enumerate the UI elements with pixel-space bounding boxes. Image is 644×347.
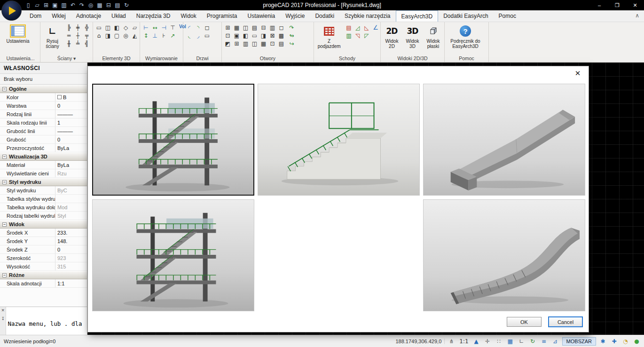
cancel-button[interactable]: Cancel xyxy=(548,316,583,327)
dimension-tool-icon[interactable]: ⊥ xyxy=(151,32,159,39)
element3d-tool-icon[interactable]: ⌂ xyxy=(95,32,103,39)
dimension-tool-icon[interactable]: ↗ xyxy=(169,32,177,39)
opening-tool-icon[interactable]: ▥ xyxy=(242,40,250,47)
grid-icon[interactable]: ▦ xyxy=(507,338,514,345)
opening-tool-icon[interactable]: ⊞ xyxy=(224,24,232,32)
podrecznik-button[interactable]: ? Podręcznik do EasyArch3D xyxy=(447,24,484,49)
dimension-tool-icon[interactable]: ⊦ xyxy=(160,32,168,39)
tab-dodatki-easyarch[interactable]: Dodatki EasyArch xyxy=(438,10,493,22)
property-row-material[interactable]: Materiał ByLa xyxy=(0,161,87,169)
property-row-szerokosc[interactable]: Szerokość 923 xyxy=(0,254,87,262)
property-row-skala-rodzaju-linii[interactable]: Skala rodzaju linii 1 xyxy=(0,118,87,127)
opening-tool-icon[interactable]: ▦ xyxy=(233,24,241,32)
stair-preview-curved[interactable] xyxy=(423,199,585,311)
command-window[interactable]: ✕ ↧ Nazwa menu, lub . dla EasyArch zosta… xyxy=(0,307,87,335)
collapse-icon[interactable]: − xyxy=(2,273,7,277)
wall-tool-icon[interactable]: ╪ xyxy=(74,24,82,32)
property-row-rodzaj-linii[interactable]: Rodzaj linii ——— xyxy=(0,110,87,118)
property-row-grubosc[interactable]: Grubość 0 xyxy=(0,135,87,144)
tab-wyjscie[interactable]: Wyjście xyxy=(280,10,310,22)
redo-icon[interactable]: ↷ xyxy=(78,2,86,8)
ready-indicator-icon[interactable]: ● xyxy=(633,338,640,345)
dimension-tool-icon[interactable]: ↕ xyxy=(142,32,150,39)
group-label-elementy3d[interactable]: Elementy 3D xyxy=(93,55,140,62)
door-tool-icon[interactable]: ◻ xyxy=(203,24,211,32)
element3d-tool-icon[interactable]: ◭ xyxy=(131,32,139,39)
section-header-ogolne[interactable]: − Ogólne xyxy=(0,85,87,93)
tab-easyarch3d[interactable]: EasyArch3D xyxy=(396,10,439,22)
element3d-tool-icon[interactable]: ◨ xyxy=(104,32,112,39)
group-label-ustawienia[interactable]: Ustawienia... xyxy=(1,55,40,62)
opening-tool-icon[interactable]: ▦ xyxy=(259,40,267,47)
section-header-widok[interactable]: − Widok xyxy=(0,220,87,229)
group-label-pomoc[interactable]: Pomoc xyxy=(445,55,488,62)
open-file-icon[interactable]: ▱ xyxy=(33,2,41,8)
undo-icon[interactable]: ↶ xyxy=(69,2,77,8)
viewport-scale-label[interactable]: 1:1 xyxy=(459,338,468,345)
dynamic-input-icon[interactable]: ⊿ xyxy=(552,338,559,345)
regen-icon[interactable]: ↻ xyxy=(123,2,130,8)
tab-szybkie-narzedzia[interactable]: Szybkie narzędzia xyxy=(339,10,395,22)
curve-opening-icon[interactable]: ↬ xyxy=(288,32,296,39)
mobszar-toggle[interactable]: MOBSZAR xyxy=(562,337,596,346)
group-label-widoki[interactable]: Widoki 2D/3D xyxy=(381,55,444,62)
opening-tool-icon[interactable]: ⊠ xyxy=(268,32,276,39)
command-history[interactable]: Nazwa menu, lub . dla EasyArch został na… xyxy=(6,307,87,335)
opening-tool-icon[interactable]: ▣ xyxy=(233,32,241,39)
tab-dom[interactable]: Dom xyxy=(24,10,47,22)
ribbon-collapse-icon[interactable]: ∧ xyxy=(635,12,639,19)
stair-spiral-icon[interactable]: ▥ xyxy=(345,32,353,39)
collapse-icon[interactable]: − xyxy=(2,87,7,91)
collapse-icon[interactable]: − xyxy=(2,222,7,227)
progecad-logo[interactable] xyxy=(1,0,22,21)
opening-tool-icon[interactable]: ◫ xyxy=(251,40,259,47)
plot-preview-icon[interactable]: ⊟ xyxy=(105,2,112,8)
refresh-icon[interactable]: ↻ xyxy=(529,338,536,345)
widok-3d-button[interactable]: 3D Widok 3D xyxy=(403,24,422,49)
section-header-wizualizacja[interactable]: − Wizualizacja 3D xyxy=(0,152,87,161)
opening-tool-icon[interactable]: ⊡ xyxy=(224,32,232,39)
door-tool-icon[interactable]: ◜ xyxy=(185,24,193,32)
rysuj-sciany-button[interactable]: ∟ Rysuj ściany xyxy=(42,24,63,49)
section-header-rozne[interactable]: − Różne xyxy=(0,271,87,279)
property-row-srodek-z[interactable]: Środek Z 0 xyxy=(0,245,87,254)
group-label-wymiarowanie[interactable]: Wymiarowanie xyxy=(140,55,183,62)
element3d-tool-icon[interactable]: ◧ xyxy=(113,24,121,32)
property-row-kolor[interactable]: Kolor B xyxy=(0,93,87,102)
property-row-srodek-x[interactable]: Środek X 233. xyxy=(0,229,87,237)
tab-ustawienia[interactable]: Ustawienia xyxy=(242,10,280,22)
collapse-icon[interactable]: − xyxy=(2,180,7,184)
wall-tool-icon[interactable]: ╫ xyxy=(65,40,73,47)
sheet-icon[interactable]: ▤ xyxy=(114,2,121,8)
minimize-button[interactable]: – xyxy=(590,0,608,10)
dialog-close-icon[interactable]: ✕ xyxy=(573,69,583,79)
esnap-icon[interactable]: ✛ xyxy=(484,338,491,345)
find-icon[interactable]: ◎ xyxy=(87,2,94,8)
property-row-rodzaj-tabelki[interactable]: Rodzaj tabelki wydruku Styl xyxy=(0,212,87,220)
import-icon[interactable]: ⊞ xyxy=(42,2,50,8)
wall-tool-icon[interactable]: ╣ xyxy=(83,40,91,47)
property-row-cienie[interactable]: Wyświetlanie cieni Rzu xyxy=(0,169,87,178)
opening-tool-icon[interactable]: ⊞ xyxy=(233,40,241,47)
opening-tool-icon[interactable]: ◨ xyxy=(259,32,267,39)
opening-tool-icon[interactable]: ◫ xyxy=(242,24,250,32)
selection-dropdown[interactable]: Brak wyboru xyxy=(0,74,87,85)
opening-tool-icon[interactable]: ⊡ xyxy=(268,40,276,47)
ok-button[interactable]: OK xyxy=(507,317,542,327)
tab-adnotacje[interactable]: Adnotacje xyxy=(71,10,106,22)
esnap-marker-icon[interactable]: ⋔ xyxy=(448,338,455,345)
property-row-warstwa[interactable]: Warstwa 0 xyxy=(0,102,87,110)
opening-tool-icon[interactable]: ◩ xyxy=(224,40,232,47)
element3d-tool-icon[interactable]: ▢ xyxy=(113,32,121,39)
group-label-sciany[interactable]: Ściany ▾ xyxy=(40,55,93,62)
door-tool-icon[interactable]: ◟ xyxy=(185,32,193,39)
wall-tool-icon[interactable]: ╬ xyxy=(83,24,91,32)
opening-tool-icon[interactable]: ▩ xyxy=(277,32,285,39)
turn-opening-icon[interactable]: ↪ xyxy=(288,40,296,47)
stair-straight-icon[interactable]: ▤ xyxy=(345,24,353,32)
group-label-drzwi[interactable]: Drzwi xyxy=(183,55,221,62)
slope-tool-icon[interactable]: ∠ xyxy=(373,24,378,31)
tab-widok[interactable]: Widok xyxy=(175,10,201,22)
property-row-wysokosc[interactable]: Wysokość 315 xyxy=(0,262,87,271)
tab-pomoc[interactable]: Pomoc xyxy=(494,10,521,22)
